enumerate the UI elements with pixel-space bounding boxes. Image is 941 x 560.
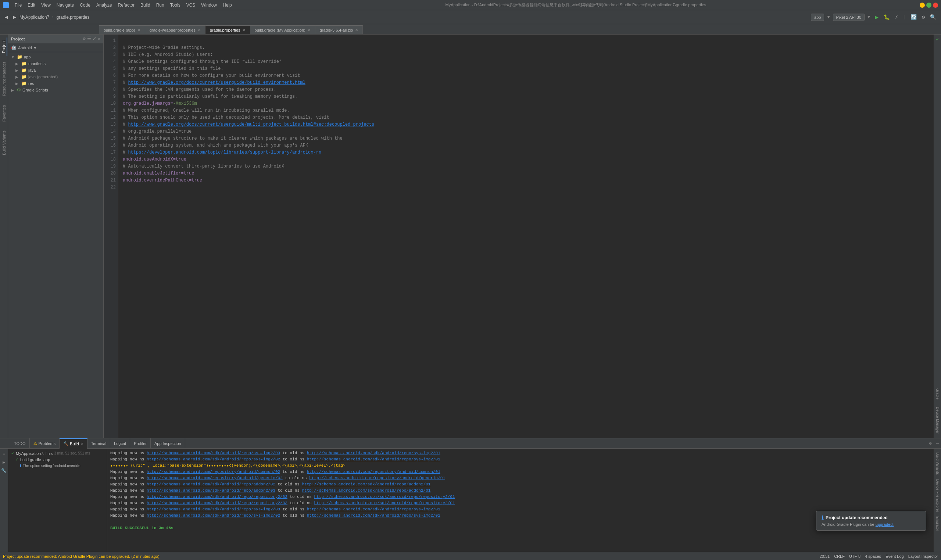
structure-icon[interactable]: ≡ xyxy=(1,450,7,458)
menu-run[interactable]: Run xyxy=(153,2,167,8)
device-file-explorer-toggle[interactable]: Device File Explorer xyxy=(935,477,940,514)
status-indent[interactable]: 4 spaces xyxy=(865,554,881,558)
tab-todo[interactable]: TODO xyxy=(10,438,30,449)
output-link[interactable]: http://schemas.android.com/sdk/android/r… xyxy=(314,501,455,505)
tab-gradle-wrapper[interactable]: gradle-wrapper.properties ✕ xyxy=(145,25,205,34)
menu-vcs[interactable]: VCS xyxy=(183,2,199,8)
output-link[interactable]: http://schemas.android.com/repository/an… xyxy=(147,476,283,480)
menu-tools[interactable]: Tools xyxy=(167,2,183,8)
editor-content[interactable]: 1 2 3 4 5 6 7 8 9 10 11 12 13 14 15 16 1… xyxy=(104,35,934,438)
gradle-link-2[interactable]: http://www.gradle.org/docs/current/userg… xyxy=(128,122,374,127)
tab-close[interactable]: ✕ xyxy=(243,28,246,32)
gradle-link-1[interactable]: http://www.gradle.org/docs/current/userg… xyxy=(128,80,305,85)
build-variants-toggle[interactable]: Build Variants xyxy=(1,128,7,158)
android-dropdown[interactable]: Android ▼ xyxy=(18,46,37,50)
output-link[interactable]: http://schemas.android.com/sdk/android/r… xyxy=(307,457,440,462)
project-panel-toggle[interactable]: Project xyxy=(1,37,7,56)
menu-code[interactable]: Code xyxy=(77,2,93,8)
settings-button[interactable]: ⚙ xyxy=(920,13,927,21)
output-link[interactable]: http://schemas.android.com/repository/an… xyxy=(147,469,280,474)
output-link[interactable]: http://schemas.android.com/sdk/android/r… xyxy=(147,495,288,499)
build-minimize-btn[interactable]: — xyxy=(934,441,941,446)
project-settings-icon[interactable]: ⚙ xyxy=(83,36,86,42)
menu-view[interactable]: View xyxy=(38,2,54,8)
favorites-toggle[interactable]: Favorites xyxy=(1,102,7,125)
output-link[interactable]: http://schemas.android.com/sdk/android/r… xyxy=(314,495,455,499)
output-link[interactable]: http://schemas.android.com/sdk/android/r… xyxy=(147,513,280,518)
tab-gradle-zip[interactable]: gradle-5.6.4-all.zip ✕ xyxy=(316,25,363,34)
tab-close[interactable]: ✕ xyxy=(198,28,201,32)
status-charset[interactable]: UTF-8 xyxy=(849,554,861,558)
status-crlf[interactable]: CRLF xyxy=(834,554,845,558)
sync-button[interactable]: 🔄 xyxy=(909,13,919,21)
maximize-button[interactable] xyxy=(926,3,932,8)
tree-item-manifests[interactable]: ▶ 📁 manifests xyxy=(8,60,103,67)
app-selector[interactable]: app xyxy=(811,14,824,21)
build-tree-option[interactable]: ℹ The option setting 'android.override xyxy=(9,463,105,469)
output-link[interactable]: http://schemas.android.com/sdk/android/r… xyxy=(147,451,280,455)
project-expand-icon[interactable]: ⤢ xyxy=(92,36,96,42)
build-tab-close[interactable]: ✕ xyxy=(80,442,83,446)
search-everywhere-button[interactable]: 🔍 xyxy=(928,13,938,21)
profile-button[interactable]: ⚡ xyxy=(893,13,900,21)
status-warning[interactable]: Project update recommended: Android Grad… xyxy=(3,554,160,558)
tab-build-gradle-main[interactable]: build.gradle (My Application) ✕ xyxy=(250,25,316,34)
tree-item-gradle-scripts[interactable]: ▶ ⚙ Gradle Scripts xyxy=(8,87,103,93)
output-link[interactable]: http://schemas.android.com/sdk/android/r… xyxy=(147,501,288,505)
menu-edit[interactable]: Edit xyxy=(25,2,38,8)
project-close-icon[interactable]: ✕ xyxy=(98,36,100,42)
output-link[interactable]: http://schemas.android.com/sdk/android/r… xyxy=(307,507,440,511)
tree-item-java[interactable]: ▶ 📁 java xyxy=(8,67,103,74)
output-link[interactable]: http://schemas.android.com/repository/an… xyxy=(309,476,445,480)
tab-build[interactable]: 🔨Build ✕ xyxy=(60,438,87,449)
tree-item-res[interactable]: ▶ 📁 res xyxy=(8,80,103,87)
project-list-icon[interactable]: ☰ xyxy=(87,36,91,42)
output-link[interactable]: http://schemas.android.com/sdk/android/r… xyxy=(147,507,280,511)
run-icon[interactable]: ▶ xyxy=(1,458,7,467)
output-link[interactable]: http://schemas.android.com/repository/an… xyxy=(307,469,440,474)
event-log-toggle[interactable]: Event Log xyxy=(886,554,904,558)
debug-button[interactable]: 🐛 xyxy=(882,13,892,21)
menu-analyze[interactable]: Analyze xyxy=(93,2,115,8)
output-link[interactable]: http://schemas.android.com/sdk/android/r… xyxy=(147,457,280,462)
tab-logcat[interactable]: Logcat xyxy=(110,438,130,449)
layout-inspector-toggle[interactable]: Layout Inspector xyxy=(908,554,938,558)
tab-build-gradle-app[interactable]: build.gradle (app) ✕ xyxy=(99,25,145,34)
back-button[interactable]: ◀ xyxy=(3,13,9,21)
emulator-toggle[interactable]: Emulator xyxy=(935,514,940,533)
androidx-link[interactable]: https://developer.android.com/topic/libr… xyxy=(128,150,321,155)
output-link[interactable]: http://schemas.android.com/sdk/android/r… xyxy=(302,488,431,493)
notification-link[interactable]: upgraded. xyxy=(876,522,894,526)
code-editor[interactable]: # Project-wide Gradle settings. # IDE (e… xyxy=(119,35,934,438)
device-selector[interactable]: Pixel 2 API 30 xyxy=(833,14,865,21)
menu-file[interactable]: File xyxy=(12,2,25,8)
close-button[interactable] xyxy=(933,3,938,8)
menu-navigate[interactable]: Navigate xyxy=(54,2,77,8)
tree-item-app[interactable]: ▼ 📁 app xyxy=(8,54,103,60)
output-link[interactable]: http://schemas.android.com/sdk/android/r… xyxy=(147,482,275,486)
tab-profiler[interactable]: Profiler xyxy=(130,438,151,449)
output-link[interactable]: http://schemas.android.com/sdk/android/r… xyxy=(307,451,440,455)
menu-build[interactable]: Build xyxy=(137,2,153,8)
tab-app-inspection[interactable]: App Inspection xyxy=(151,438,185,449)
menu-help[interactable]: Help xyxy=(220,2,235,8)
tree-item-java-generated[interactable]: ▶ 📁 java (generated) xyxy=(8,74,103,80)
minimize-button[interactable] xyxy=(920,3,925,8)
run-button[interactable]: ▶ xyxy=(873,12,880,22)
tab-close[interactable]: ✕ xyxy=(355,28,358,32)
resource-manager-toggle[interactable]: Resource Manager xyxy=(1,59,7,99)
breadcrumb-project[interactable]: MyApplication7 xyxy=(20,15,49,20)
tab-problems[interactable]: ⚠Problems xyxy=(30,438,60,449)
output-link[interactable]: http://schemas.android.com/sdk/android/r… xyxy=(147,488,275,493)
forward-button[interactable]: ▶ xyxy=(11,13,18,21)
output-link[interactable]: http://schemas.android.com/sdk/android/r… xyxy=(302,482,431,486)
build-tree-root[interactable]: ✓ MyApplication7: finis 3 min, 51 sec, 5… xyxy=(9,450,105,456)
tab-close[interactable]: ✕ xyxy=(308,28,311,32)
menu-window[interactable]: Window xyxy=(198,2,220,8)
build-settings-btn[interactable]: ⚙ xyxy=(927,441,934,446)
device-manager-toggle[interactable]: Device Manager xyxy=(935,404,940,437)
tab-gradle-properties[interactable]: gradle.properties ✕ xyxy=(205,25,250,34)
wrench-icon[interactable]: 🔧 xyxy=(0,467,8,475)
menu-refactor[interactable]: Refactor xyxy=(115,2,137,8)
build-variants-toggle[interactable]: Build Variants xyxy=(935,450,940,477)
